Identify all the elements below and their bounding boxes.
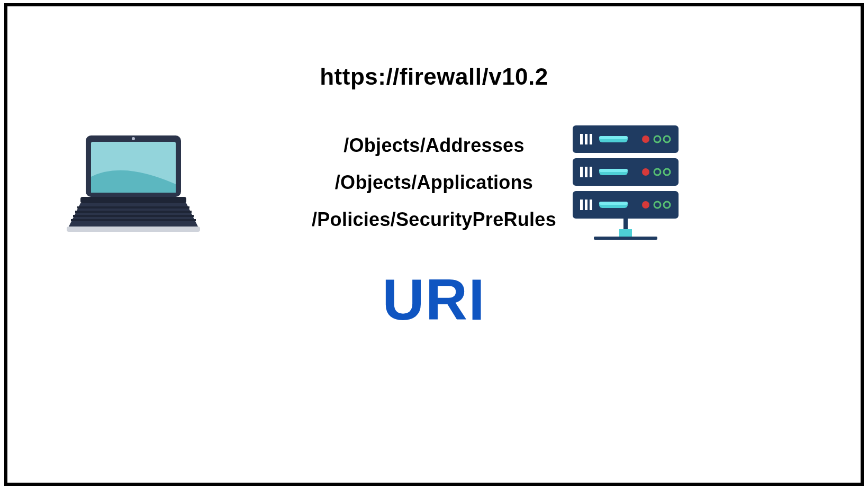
svg-rect-23 <box>590 167 592 177</box>
slide-frame: https://firewall/v10.2 /Objects/Addresse… <box>4 3 864 486</box>
svg-rect-13 <box>580 134 583 144</box>
svg-rect-33 <box>599 202 628 205</box>
svg-rect-15 <box>590 134 592 144</box>
uri-heading: URI <box>7 266 861 333</box>
laptop-icon <box>65 133 202 236</box>
svg-rect-8 <box>71 219 196 221</box>
svg-point-26 <box>642 168 649 176</box>
svg-rect-25 <box>599 169 628 172</box>
slide-content: https://firewall/v10.2 /Objects/Addresse… <box>7 6 861 483</box>
svg-point-18 <box>642 135 649 143</box>
svg-rect-6 <box>75 211 192 213</box>
svg-rect-21 <box>580 167 583 177</box>
svg-rect-22 <box>585 167 587 177</box>
svg-rect-31 <box>590 200 592 210</box>
svg-rect-30 <box>585 200 587 210</box>
svg-rect-38 <box>619 229 632 237</box>
svg-rect-5 <box>77 206 189 209</box>
svg-point-2 <box>132 137 135 140</box>
svg-rect-3 <box>80 197 186 203</box>
base-url: https://firewall/v10.2 <box>7 64 861 90</box>
server-icon <box>573 125 679 249</box>
svg-rect-7 <box>73 215 194 217</box>
svg-rect-17 <box>599 136 628 139</box>
svg-rect-14 <box>585 134 587 144</box>
svg-rect-39 <box>594 237 657 240</box>
svg-point-34 <box>642 201 649 209</box>
svg-rect-9 <box>67 227 200 232</box>
svg-rect-29 <box>580 200 583 210</box>
